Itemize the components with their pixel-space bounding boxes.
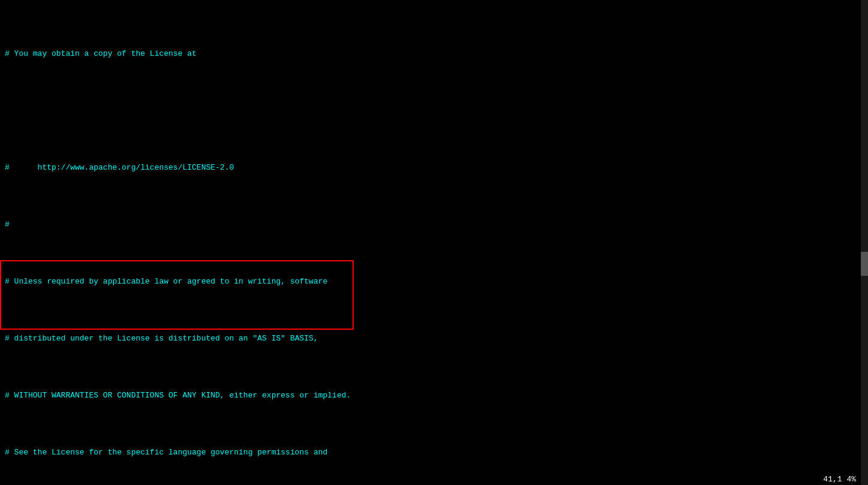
line-1: # You may obtain a copy of the License a… xyxy=(0,48,868,59)
status-bar: 41,1 4% xyxy=(819,474,860,485)
code-content: # You may obtain a copy of the License a… xyxy=(0,0,868,485)
line-5: # Unless required by applicable law or a… xyxy=(0,276,868,287)
line-8: # See the License for the specific langu… xyxy=(0,447,868,458)
line-3: # http://www.apache.org/licenses/LICENSE… xyxy=(0,162,868,173)
file-percent: 4% xyxy=(846,475,856,484)
line-7: # WITHOUT WARRANTIES OR CONDITIONS OF AN… xyxy=(0,390,868,401)
editor-container: # You may obtain a copy of the License a… xyxy=(0,0,868,485)
line-4: # xyxy=(0,219,868,230)
scrollbar-track[interactable] xyxy=(861,0,868,485)
scrollbar-thumb[interactable] xyxy=(861,252,868,276)
line-2 xyxy=(0,105,868,116)
line-6: # distributed under the License is distr… xyxy=(0,333,868,344)
red-border-highlight xyxy=(0,260,354,330)
cursor-position: 41,1 xyxy=(823,475,842,484)
